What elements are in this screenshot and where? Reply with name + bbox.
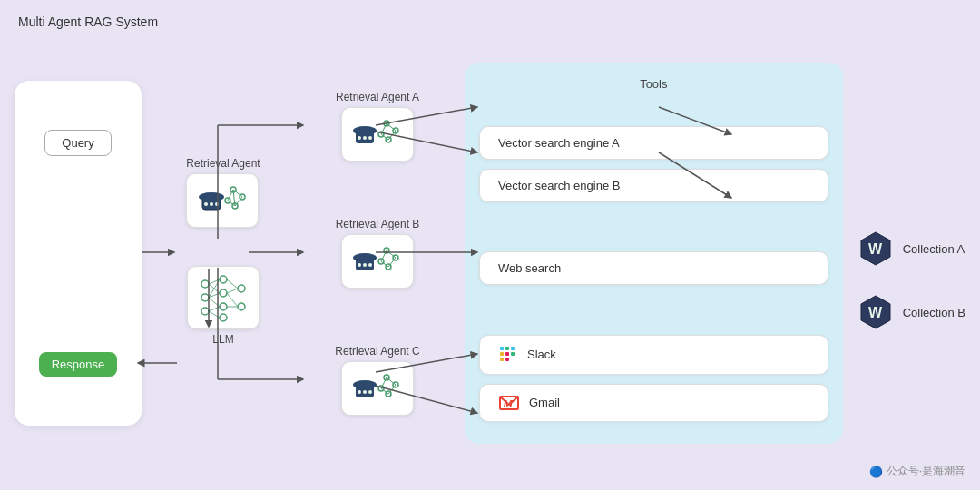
svg-point-1 [199,192,224,201]
svg-line-56 [387,250,396,258]
slack-box: Slack [479,335,828,375]
retrieval-agent-main-icon [195,181,250,220]
main-container: Multi Agent RAG System Query Response Re… [0,0,980,490]
agents-column: Retrieval Agent A [305,63,450,444]
svg-point-22 [238,303,245,310]
svg-point-62 [358,390,361,394]
tools-panel: Tools Vector search engine A Vector sear… [465,63,843,444]
agent-a-row: Retrieval Agent A [305,91,450,162]
svg-rect-73 [500,347,504,350]
agent-a-box [341,107,414,162]
agent-a-icon [350,114,405,154]
web-search-group: Web search [479,251,828,285]
watermark-icon: 🔵 [869,466,883,478]
tools-inner: Vector search engine A Vector search eng… [479,102,828,446]
tools-title: Tools [479,77,828,91]
svg-point-21 [238,285,245,292]
slack-label: Slack [527,348,556,361]
svg-point-19 [220,303,227,310]
svg-point-35 [353,126,377,135]
collection-a-label: Collection A [903,242,965,256]
collection-b-label: Collection B [903,306,965,319]
llm-box [187,266,260,329]
svg-point-3 [210,202,213,206]
svg-point-36 [358,136,361,140]
svg-point-49 [358,263,361,267]
svg-point-4 [215,202,219,206]
svg-rect-80 [505,358,509,361]
messaging-group: Slack M Gmail [479,335,828,422]
diagram-area: Query Response Retrieval Agent [15,40,965,466]
llm-label: LLM [212,333,233,346]
svg-rect-78 [511,352,514,356]
svg-point-48 [353,253,377,262]
collection-a-hex: W [858,230,894,267]
vector-search-engine-b-label: Vector search engine B [498,179,620,192]
agent-a-label: Retrieval Agent A [336,91,419,103]
svg-line-31 [227,289,238,293]
svg-point-15 [201,294,209,301]
svg-point-2 [204,202,208,206]
agent-c-label: Retrieval Agent C [335,345,419,358]
left-panel: Query Response [15,81,142,426]
response-box: Response [39,352,118,377]
gmail-label: Gmail [529,396,560,409]
middle-panel: Retrieval Agent [151,81,296,426]
llm-section: LLM [187,266,260,349]
svg-line-69 [387,377,396,385]
svg-line-43 [387,123,396,131]
svg-point-37 [363,136,367,140]
svg-line-28 [209,307,220,311]
svg-rect-77 [511,347,514,350]
watermark: 🔵 公众号·是海潮音 [869,464,965,479]
svg-point-63 [363,390,367,394]
svg-rect-74 [505,347,509,350]
retrieval-agent-main-label: Retrieval Agent [186,157,260,170]
svg-point-64 [368,390,372,394]
svg-line-44 [388,131,396,140]
vector-search-group: Vector search engine A Vector search eng… [479,126,828,202]
svg-point-20 [220,314,227,321]
page-title: Multi Agent RAG System [18,15,965,29]
collection-b-hex: W [858,294,894,330]
web-search-label: Web search [498,261,561,275]
svg-line-30 [227,279,238,289]
agent-b-label: Retrieval Agent B [336,218,420,230]
svg-line-32 [227,293,238,307]
agent-b-row: Retrieval Agent B [305,218,450,289]
collections-column: W Collection A W Collection B [858,176,965,330]
svg-line-27 [209,298,220,307]
collection-b-item: W Collection B [858,294,965,330]
agent-b-box [341,234,414,289]
svg-line-10 [235,197,242,206]
watermark-text: 公众号·是海潮音 [887,464,965,479]
agent-c-row: Retrieval Agent C [305,345,450,416]
collection-a-item: W Collection A [858,230,965,267]
svg-point-61 [353,380,377,389]
svg-text:W: W [868,305,883,320]
svg-rect-76 [505,352,509,356]
svg-line-57 [388,258,396,267]
gmail-box: M Gmail [479,384,828,422]
retrieval-agent-main-box [186,173,259,228]
svg-rect-79 [500,358,504,361]
svg-point-38 [368,136,372,140]
web-search-box: Web search [479,251,828,285]
agent-c-icon [350,368,405,408]
agent-b-icon [350,241,405,281]
svg-line-25 [209,279,220,298]
svg-line-29 [209,311,220,318]
svg-point-51 [368,263,372,267]
query-box: Query [44,130,111,156]
vector-search-engine-a-label: Vector search engine A [498,136,620,150]
agent-c-box [341,361,414,416]
svg-line-9 [233,190,242,197]
svg-point-14 [201,280,209,288]
svg-point-16 [201,308,209,315]
svg-text:W: W [868,241,883,257]
vector-search-engine-b: Vector search engine B [479,169,828,202]
gmail-icon: M [498,394,520,412]
vector-search-engine-a: Vector search engine A [479,126,828,160]
svg-point-17 [220,276,227,283]
svg-line-70 [388,385,396,394]
